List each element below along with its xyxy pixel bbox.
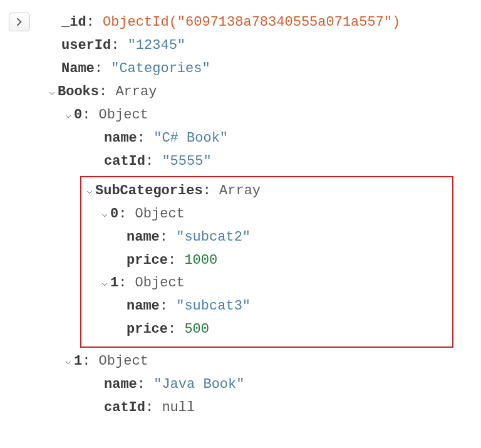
field-id: _id: ObjectId("6097138a78340555a071a557"… xyxy=(61,11,475,34)
key-id: _id xyxy=(61,14,86,30)
chevron-down-icon: ⌵ xyxy=(64,108,73,123)
chevron-down-icon: ⌵ xyxy=(100,276,109,291)
type-book1: Object xyxy=(99,353,148,369)
value-id: ObjectId("6097138a78340555a071a557") xyxy=(103,14,400,30)
type-sc0: Object xyxy=(135,206,185,222)
subcat-item-1[interactable]: ⌵1: Object xyxy=(85,272,448,295)
value-name: "Categories" xyxy=(111,61,210,76)
key-book0-catid: catId xyxy=(104,154,145,169)
field-subcategories[interactable]: ⌵SubCategories: Array xyxy=(85,180,448,203)
chevron-down-icon: ⌵ xyxy=(85,184,94,199)
type-object: Object xyxy=(99,107,148,123)
value-book1-catid: null xyxy=(162,400,195,415)
highlight-box: ⌵SubCategories: Array ⌵0: Object name: "… xyxy=(80,176,453,348)
chevron-down-icon: ⌵ xyxy=(100,207,109,222)
book0-catid: catId: "5555" xyxy=(61,150,475,174)
book1-name: name: "Java Book" xyxy=(61,373,475,397)
index-sc0: 0 xyxy=(110,206,118,222)
value-sc1-name: "subcat3" xyxy=(176,298,251,314)
value-book0-name: "C# Book" xyxy=(153,130,228,146)
value-sc1-price: 500 xyxy=(184,321,209,337)
type-subcategories: Array xyxy=(219,183,261,199)
value-sc0-name: "subcat2" xyxy=(176,229,251,245)
field-userid: userId: "12345" xyxy=(61,34,475,58)
sc0-price: price: 1000 xyxy=(85,249,448,273)
key-books: Books xyxy=(58,84,99,100)
index-1: 1 xyxy=(74,353,82,369)
field-name: Name: "Categories" xyxy=(61,58,475,81)
book1-catid: catId: null xyxy=(61,397,475,420)
chevron-right-icon xyxy=(16,18,23,26)
book0-name: name: "C# Book" xyxy=(61,127,475,150)
key-sc1-name: name xyxy=(127,298,160,314)
expand-toggle-button[interactable] xyxy=(9,13,30,31)
sc0-name: name: "subcat2" xyxy=(85,226,448,249)
type-books: Array xyxy=(115,84,157,100)
type-sc1: Object xyxy=(135,275,185,291)
books-item-1[interactable]: ⌵1: Object xyxy=(48,350,475,373)
field-books[interactable]: ⌵Books: Array xyxy=(48,81,475,104)
key-sc1-price: price xyxy=(127,321,168,337)
index-sc1: 1 xyxy=(110,275,118,291)
key-name: Name xyxy=(61,61,95,76)
index-0: 0 xyxy=(74,107,82,123)
books-item-0[interactable]: ⌵0: Object xyxy=(48,104,475,127)
subcat-item-0[interactable]: ⌵0: Object xyxy=(85,203,448,226)
key-book1-catid: catId xyxy=(104,400,145,415)
key-book1-name: name xyxy=(104,377,137,392)
value-userid: "12345" xyxy=(128,38,185,53)
value-book1-name: "Java Book" xyxy=(153,377,244,392)
key-userid: userId xyxy=(61,38,111,53)
value-book0-catid: "5555" xyxy=(162,154,211,169)
key-sc0-price: price xyxy=(127,253,168,268)
value-sc0-price: 1000 xyxy=(184,253,217,268)
document-tree: _id: ObjectId("6097138a78340555a071a557"… xyxy=(36,11,475,420)
sc1-price: price: 500 xyxy=(85,318,448,341)
key-sc0-name: name xyxy=(127,229,160,245)
chevron-down-icon: ⌵ xyxy=(64,354,73,370)
chevron-down-icon: ⌵ xyxy=(48,85,56,100)
key-subcategories: SubCategories xyxy=(95,183,203,199)
key-book0-name: name xyxy=(104,130,137,146)
sc1-name: name: "subcat3" xyxy=(85,295,448,318)
